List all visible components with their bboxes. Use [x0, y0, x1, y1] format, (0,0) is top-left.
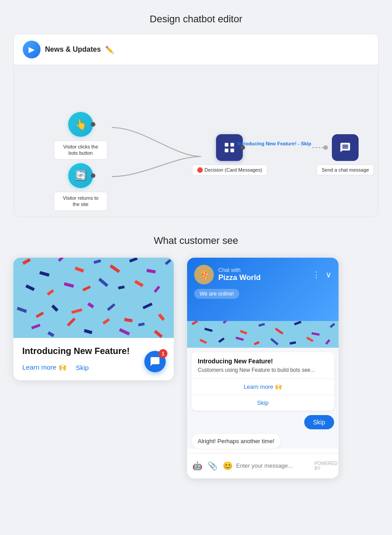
chat-skip-btn-card[interactable]: Skip	[192, 395, 334, 411]
trigger1-label: Visitor clicks the bots button	[54, 140, 107, 160]
chat-emoji-icon[interactable]: 😊	[223, 461, 233, 471]
powered-by-text: POWERED BY	[314, 461, 338, 471]
svg-rect-6	[231, 148, 234, 152]
chat-body: Introducing New Feature! Customers using…	[187, 321, 339, 449]
bot-icon: ▶	[23, 41, 41, 58]
chat-card-title: Introducing New Feature!	[198, 358, 328, 365]
connector-label: Introducing New Feature! - Skip	[237, 141, 311, 146]
chat-input-area: 🤖 📎 😊 POWERED BY TIDIO	[187, 453, 339, 478]
chat-widget: 🍕 Chat with Pizza World ⋮ ∨ We are onlin…	[187, 258, 339, 478]
chat-header-actions: ⋮ ∨	[312, 270, 331, 280]
page-title: Design chatbot editor	[0, 0, 392, 34]
decision-icon	[216, 134, 243, 161]
svg-rect-5	[225, 148, 229, 152]
decision-label: 🔴 Decision (Card Messages)	[192, 165, 267, 176]
card-skip-link[interactable]: Skip	[76, 364, 89, 371]
chat-name: Pizza World	[218, 273, 261, 282]
chat-online-badge: We are online!	[194, 289, 239, 299]
chat-card-text: Introducing New Feature! Customers using…	[192, 352, 334, 379]
edit-icon[interactable]: ✏️	[105, 45, 114, 54]
card-preview: Introducing New Feature! Learn more 🙌 Sk…	[13, 258, 174, 380]
trigger2-label: Visitor returns to the site	[54, 192, 107, 211]
chat-avatar: 🍕	[194, 265, 214, 284]
customer-section-title: What customer see	[13, 235, 379, 247]
chat-message-input[interactable]	[236, 462, 311, 469]
trigger1-dot	[91, 122, 95, 127]
chat-collapse-icon[interactable]: ∨	[326, 270, 331, 280]
card-image	[13, 258, 174, 338]
chat-bot-icon[interactable]: 🤖	[192, 461, 202, 471]
chat-card-message: Introducing New Feature! Customers using…	[192, 352, 334, 411]
svg-rect-3	[225, 143, 229, 147]
flow-canvas: 👆 Visitor clicks the bots button 🔄 Visit…	[14, 65, 378, 217]
svg-rect-4	[231, 143, 234, 147]
trigger2-dot	[91, 173, 95, 178]
card-title: Introducing New Feature!	[22, 346, 165, 356]
message-node: Send a chat message	[317, 134, 374, 175]
card-learn-more-link[interactable]: Learn more 🙌	[22, 363, 67, 371]
customer-content: Introducing New Feature! Learn more 🙌 Sk…	[13, 258, 379, 478]
chat-alright-bubble: Alright! Perhaps another time!	[192, 434, 334, 449]
card-actions: Learn more 🙌 Skip	[22, 363, 165, 371]
chat-card-desc: Customers using New Feature to build bot…	[198, 366, 328, 374]
chat-title-area: Chat with Pizza World	[218, 267, 261, 282]
chat-image-strip	[187, 321, 339, 348]
flow-nodes: 👆 Visitor clicks the bots button 🔄 Visit…	[27, 78, 365, 203]
chat-float-button[interactable]: 1	[144, 351, 166, 372]
powered-by: POWERED BY TIDIO	[314, 461, 339, 471]
chat-header: 🍕 Chat with Pizza World ⋮ ∨ We are onlin…	[187, 258, 339, 321]
trigger2-icon: 🔄	[68, 163, 93, 188]
chat-subtitle: Chat with	[218, 267, 261, 273]
editor-section: ▶ News & Updates ✏️ 👆	[13, 34, 379, 217]
editor-header: ▶ News & Updates ✏️	[14, 34, 378, 65]
chat-skip-pill[interactable]: Skip	[304, 415, 334, 429]
chat-more-icon[interactable]: ⋮	[312, 270, 320, 280]
decision-node: 🔴 Decision (Card Messages)	[192, 134, 267, 176]
chat-learn-more-btn[interactable]: Learn more 🙌	[192, 379, 334, 395]
chat-alright-text: Alright! Perhaps another time!	[192, 434, 281, 449]
message-label: Send a chat message	[317, 165, 374, 175]
chat-float-badge: 1	[159, 349, 167, 358]
trigger1-icon: 👆	[68, 112, 93, 137]
chat-attach-icon[interactable]: 📎	[208, 461, 217, 471]
trigger-node-2: 🔄 Visitor returns to the site	[54, 163, 107, 211]
chat-header-inner: 🍕 Chat with Pizza World ⋮ ∨	[194, 265, 331, 284]
chat-avatar-title: 🍕 Chat with Pizza World	[194, 265, 261, 284]
message-icon	[332, 134, 359, 161]
chat-skip-pill-area: Skip	[192, 415, 334, 429]
editor-bot-name: News & Updates	[45, 45, 101, 54]
trigger-node-1: 👆 Visitor clicks the bots button	[54, 112, 107, 160]
customer-section: What customer see	[13, 235, 379, 478]
chat-toolbar-icons: 🤖 📎 😊	[192, 461, 233, 471]
